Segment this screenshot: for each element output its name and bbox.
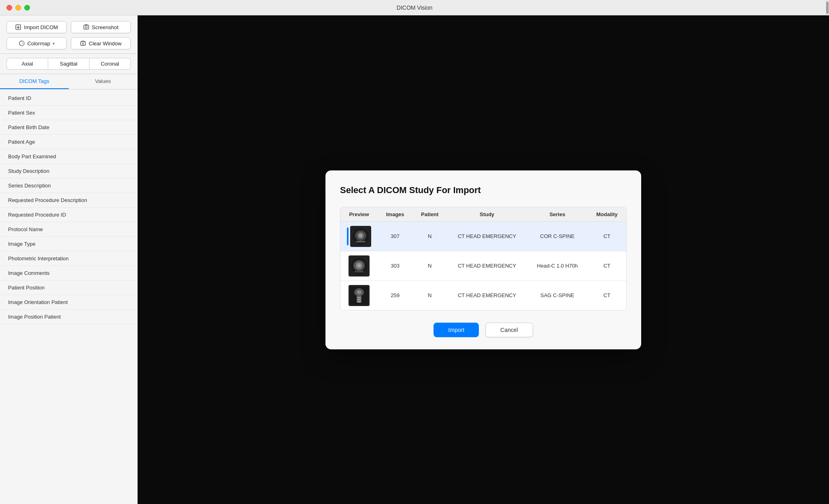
window-controls[interactable] (6, 5, 30, 11)
view-tabs: Axial Sagittal Coronal (0, 54, 137, 74)
dicom-tabs: DICOM Tags Values (0, 74, 137, 89)
cell-patient-2: N (412, 251, 447, 281)
tab-values[interactable]: Values (69, 74, 138, 89)
cell-study-3: CT HEAD EMERGENCY (447, 281, 527, 310)
app-title: DICOM Vision (397, 4, 432, 11)
clear-window-button[interactable]: Clear Window (71, 37, 131, 49)
colormap-icon (19, 40, 25, 47)
svg-point-9 (359, 234, 362, 237)
ct-head-svg-1 (352, 228, 370, 245)
sidebar: Import DICOM Screenshot (0, 15, 138, 504)
cell-series-2: Head-C 1.0 H70h (527, 251, 588, 281)
modal-title: Select A DICOM Study For Import (340, 185, 627, 196)
tag-patient-sex: Patient Sex (0, 106, 137, 120)
tag-image-orientation-patient: Image Orientation Patient (0, 295, 137, 310)
cell-patient-3: N (412, 281, 447, 310)
tag-photometric-interpretation: Photometric Interpretation (0, 251, 137, 266)
selection-indicator (347, 228, 349, 245)
table-header: Preview Images Patient Study Series Moda… (340, 207, 626, 222)
svg-rect-22 (357, 301, 361, 302)
tag-patient-age: Patient Age (0, 135, 137, 149)
table-row[interactable]: 307 N CT HEAD EMERGENCY COR C-SPINE CT (340, 221, 626, 251)
preview-image-3 (349, 285, 370, 306)
tag-image-comments: Image Comments (0, 266, 137, 281)
tag-image-type: Image Type (0, 237, 137, 251)
col-series: Series (527, 207, 588, 222)
screenshot-button[interactable]: Screenshot (71, 21, 131, 33)
col-preview: Preview (340, 207, 378, 222)
table-row[interactable]: 259 N CT HEAD EMERGENCY SAG C-SPINE CT (340, 281, 626, 310)
cancel-button[interactable]: Cancel (485, 323, 533, 337)
main-container: Import DICOM Screenshot (0, 15, 829, 504)
cell-series-1: COR C-SPINE (527, 221, 588, 251)
content-area: Select A DICOM Study For Import Preview … (138, 15, 829, 504)
study-table: Preview Images Patient Study Series Moda… (340, 207, 626, 310)
tab-coronal[interactable]: Coronal (89, 58, 131, 70)
colormap-button[interactable]: Colormap ▾ (6, 37, 67, 49)
tag-body-part-examined: Body Part Examined (0, 149, 137, 164)
maximize-button[interactable] (24, 5, 30, 11)
svg-point-2 (85, 26, 87, 28)
clear-window-icon (80, 40, 86, 47)
ct-head-svg-2 (350, 257, 368, 275)
tab-dicom-tags[interactable]: DICOM Tags (0, 74, 69, 89)
cell-study-2: CT HEAD EMERGENCY (447, 251, 527, 281)
tag-patient-id: Patient ID (0, 91, 137, 106)
tag-requested-procedure-id: Requested Procedure ID (0, 208, 137, 222)
ct-spine-svg (350, 287, 368, 304)
titlebar: DICOM Vision (0, 0, 829, 15)
toolbar-row-2: Colormap ▾ Clear Window (6, 37, 131, 49)
sidebar-toolbar: Import DICOM Screenshot (0, 15, 137, 54)
col-modality: Modality (588, 207, 626, 222)
tag-protocol-name: Protocol Name (0, 222, 137, 237)
cell-preview-1 (340, 221, 378, 251)
toolbar-row-1: Import DICOM Screenshot (6, 21, 131, 33)
cell-patient-1: N (412, 221, 447, 251)
col-images: Images (378, 207, 412, 222)
modal-actions: Import Cancel (340, 323, 627, 337)
import-dicom-button[interactable]: Import DICOM (6, 21, 67, 33)
table-body: 307 N CT HEAD EMERGENCY COR C-SPINE CT (340, 221, 626, 310)
cell-images-1: 307 (378, 221, 412, 251)
cell-modality-2: CT (588, 251, 626, 281)
cell-images-3: 259 (378, 281, 412, 310)
import-button[interactable]: Import (434, 323, 479, 337)
cell-study-1: CT HEAD EMERGENCY (447, 221, 527, 251)
modal-overlay: Select A DICOM Study For Import Preview … (138, 15, 829, 504)
svg-rect-21 (357, 299, 361, 300)
tab-sagittal[interactable]: Sagittal (48, 58, 89, 70)
tag-requested-procedure-description: Requested Procedure Description (0, 193, 137, 208)
import-icon (15, 24, 21, 30)
col-study: Study (447, 207, 527, 222)
svg-rect-20 (357, 297, 361, 298)
preview-image-2 (349, 255, 370, 276)
svg-point-14 (358, 264, 360, 267)
svg-point-19 (357, 290, 361, 294)
col-patient: Patient (412, 207, 447, 222)
tag-image-position-patient: Image Position Patient (0, 310, 137, 324)
minimize-button[interactable] (15, 5, 21, 11)
cell-modality-3: CT (588, 281, 626, 310)
cell-series-3: SAG C-SPINE (527, 281, 588, 310)
import-modal: Select A DICOM Study For Import Preview … (325, 170, 641, 349)
colormap-chevron-icon: ▾ (53, 41, 55, 46)
svg-rect-1 (84, 25, 89, 29)
screenshot-icon (83, 24, 89, 30)
svg-rect-15 (354, 271, 364, 272)
cell-preview-2 (340, 251, 378, 281)
tag-study-description: Study Description (0, 164, 137, 179)
cell-modality-1: CT (588, 221, 626, 251)
cell-images-2: 303 (378, 251, 412, 281)
study-table-container: Preview Images Patient Study Series Moda… (340, 207, 627, 310)
tag-patient-position: Patient Position (0, 281, 137, 295)
cell-preview-3 (340, 281, 378, 310)
close-button[interactable] (6, 5, 12, 11)
preview-image-1 (350, 226, 371, 247)
tag-patient-birth-date: Patient Birth Date (0, 120, 137, 135)
svg-rect-10 (356, 241, 366, 242)
tags-list: Patient ID Patient Sex Patient Birth Dat… (0, 89, 137, 504)
table-row[interactable]: 303 N CT HEAD EMERGENCY Head-C 1.0 H70h … (340, 251, 626, 281)
tag-series-description: Series Description (0, 179, 137, 193)
tab-axial[interactable]: Axial (6, 58, 48, 70)
